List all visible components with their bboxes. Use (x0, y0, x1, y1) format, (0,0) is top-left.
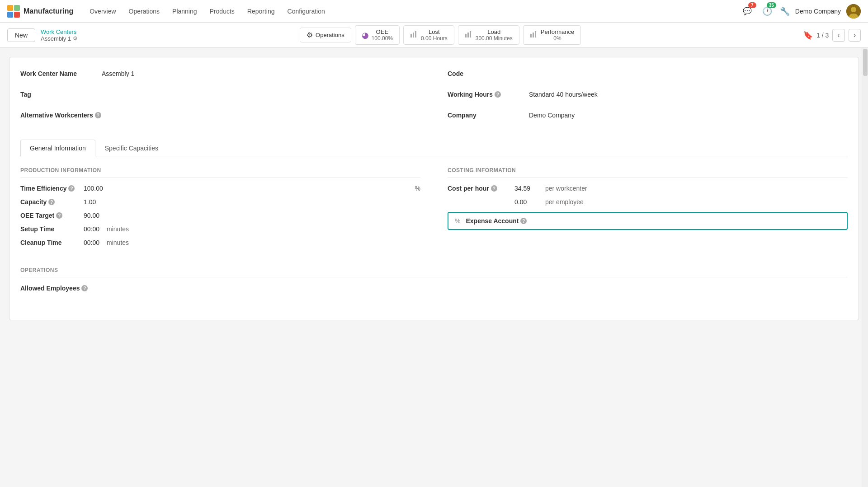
lost-value: 0.00 Hours (421, 35, 448, 42)
expense-pct: % (455, 217, 460, 225)
breadcrumb-current: Assembly 1 (41, 35, 71, 42)
alt-workcenters-label: Alternative Workcenters ? (20, 110, 102, 119)
cost-per-hour-label: Cost per hour ? (448, 185, 511, 192)
tab-specific-capacities[interactable]: Specific Capacities (95, 140, 168, 156)
expense-account-field[interactable]: % Expense Account ? (448, 212, 848, 230)
svg-rect-1 (14, 5, 20, 11)
svg-rect-3 (14, 12, 20, 18)
scrollbar-track[interactable] (862, 48, 868, 487)
bookmark-icon[interactable]: 🔖 (803, 30, 813, 40)
oee-value: 100.00% (372, 35, 393, 42)
lost-button[interactable]: Lost 0.00 Hours (403, 25, 454, 45)
time-efficiency-help-icon[interactable]: ? (68, 185, 75, 192)
production-section: PRODUCTION INFORMATION Time Efficiency ?… (20, 167, 420, 253)
cost-per-hour-help-icon[interactable]: ? (491, 185, 497, 192)
time-efficiency-field: Time Efficiency ? 100.00 % (20, 185, 420, 192)
time-efficiency-label: Time Efficiency ? (20, 185, 84, 192)
scrollbar-thumb[interactable] (863, 49, 868, 76)
performance-button[interactable]: Performance 0% (523, 25, 581, 45)
performance-label: Performance (541, 28, 574, 35)
lost-icon (410, 30, 418, 40)
svg-point-5 (851, 7, 856, 12)
performance-value: 0% (541, 35, 574, 42)
alt-workcenters-help-icon[interactable]: ? (95, 112, 101, 118)
form-card: Work Center Name Assembly 1 Tag Alternat… (9, 57, 859, 320)
time-efficiency-suffix: % (415, 185, 420, 192)
nav-products[interactable]: Products (204, 5, 240, 18)
oee-target-help-icon[interactable]: ? (56, 212, 62, 219)
new-button[interactable]: New (7, 28, 35, 42)
allowed-employees-label: Allowed Employees ? (20, 285, 88, 292)
oee-icon: ◕ (362, 30, 369, 40)
capacity-help-icon[interactable]: ? (48, 199, 55, 205)
employee-cost-field: 0.00 per employee (448, 198, 848, 206)
breadcrumb: Work Centers Assembly 1 ⚙ (41, 28, 78, 42)
messages-count: 7 (748, 2, 756, 8)
tag-label: Tag (20, 89, 102, 98)
tag-field: Tag (20, 89, 420, 103)
breadcrumb-parent[interactable]: Work Centers (41, 28, 78, 35)
cleanup-time-value: 00:00 minutes (84, 239, 420, 246)
code-field: Code (448, 68, 848, 83)
working-hours-help-icon[interactable]: ? (495, 91, 501, 98)
performance-icon (530, 30, 538, 40)
working-hours-field: Working Hours ? Standard 40 hours/week (448, 89, 848, 103)
tools-icon[interactable]: 🔧 (780, 6, 790, 16)
nav-overview[interactable]: Overview (84, 5, 121, 18)
operations-label: Operations (316, 32, 344, 38)
svg-rect-9 (415, 31, 416, 37)
oee-button[interactable]: ◕ OEE 100.00% (355, 25, 400, 45)
company-name[interactable]: Demo Company (795, 8, 841, 15)
code-label: Code (448, 68, 529, 77)
tab-content-general: PRODUCTION INFORMATION Time Efficiency ?… (20, 156, 848, 309)
cost-per-hour-field: Cost per hour ? 34.59 per workcenter (448, 185, 848, 192)
page-current: 1 (816, 32, 820, 39)
activities-badge[interactable]: 🕐 35 (760, 4, 774, 19)
nav-configuration[interactable]: Configuration (282, 5, 330, 18)
svg-rect-15 (535, 31, 536, 37)
load-label: Load (476, 28, 513, 35)
cleanup-time-field: Cleanup Time 00:00 minutes (20, 239, 420, 246)
operations-button[interactable]: ⚙ Operations (300, 28, 351, 42)
app-logo[interactable]: Manufacturing (7, 5, 73, 18)
pagination: 🔖 1 / 3 ‹ › (803, 29, 861, 42)
load-icon (465, 30, 473, 40)
prev-button[interactable]: ‹ (832, 29, 844, 42)
action-bar: New Work Centers Assembly 1 ⚙ ⚙ Operatio… (0, 23, 868, 48)
page-info: 1 / 3 (816, 32, 829, 39)
svg-rect-0 (7, 5, 13, 11)
expense-account-label: Expense Account ? (466, 217, 840, 225)
work-center-name-label: Work Center Name (20, 68, 102, 77)
nav-operations[interactable]: Operations (123, 5, 165, 18)
oee-target-label: OEE Target ? (20, 212, 84, 219)
activities-count: 35 (767, 2, 776, 8)
allowed-employees-help-icon[interactable]: ? (81, 285, 88, 291)
tab-general-information[interactable]: General Information (20, 140, 95, 156)
user-avatar[interactable] (846, 4, 861, 19)
svg-rect-14 (533, 33, 534, 37)
next-button[interactable]: › (849, 29, 861, 42)
operations-section: OPERATIONS Allowed Employees ? (20, 267, 848, 292)
nav-planning[interactable]: Planning (167, 5, 203, 18)
messages-badge[interactable]: 💬 7 (740, 4, 755, 19)
setup-time-value: 00:00 minutes (84, 225, 420, 233)
load-button[interactable]: Load 300.00 Minutes (458, 25, 519, 45)
svg-rect-10 (465, 34, 467, 37)
svg-rect-13 (530, 34, 532, 37)
employee-cost-suffix: per employee (545, 198, 584, 206)
svg-rect-11 (467, 33, 469, 37)
production-section-header: PRODUCTION INFORMATION (20, 167, 420, 178)
page-separator: / (822, 32, 826, 39)
svg-rect-2 (7, 12, 13, 18)
expense-account-help-icon[interactable]: ? (520, 218, 527, 224)
settings-icon[interactable]: ⚙ (73, 35, 78, 42)
cost-per-hour-value: 34.59 (514, 185, 542, 192)
setup-time-suffix: minutes (107, 225, 129, 233)
oee-target-field: OEE Target ? 90.00 (20, 212, 420, 219)
capacity-field: Capacity ? 1.00 (20, 198, 420, 206)
company-value: Demo Company (529, 110, 575, 119)
time-efficiency-value: 100.00 (84, 185, 411, 192)
allowed-employees-field: Allowed Employees ? (20, 285, 848, 292)
nav-right: 💬 7 🕐 35 🔧 Demo Company (740, 4, 861, 19)
nav-reporting[interactable]: Reporting (242, 5, 280, 18)
